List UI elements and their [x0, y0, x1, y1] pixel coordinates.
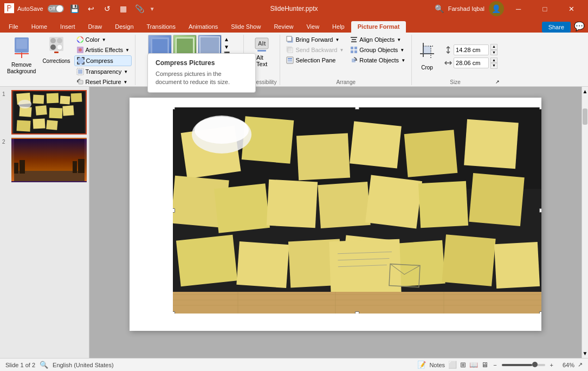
handle-bl[interactable] — [173, 311, 175, 314]
svg-rect-39 — [288, 61, 292, 62]
tab-design[interactable]: Design — [108, 21, 140, 33]
clip-button[interactable]: 📎 — [133, 2, 146, 15]
tab-review[interactable]: Review — [267, 21, 300, 33]
view-slide-sorter[interactable]: ⊞ — [460, 361, 466, 369]
right-scrollbar[interactable]: ▲ ▼ — [581, 87, 588, 358]
zoom-plus[interactable]: + — [550, 362, 553, 368]
crop-button[interactable]: Crop — [415, 40, 439, 73]
zoom-slider[interactable] — [502, 364, 545, 366]
slide-info: Slide 1 of 2 — [5, 362, 35, 368]
comment-button[interactable]: 💬 — [571, 20, 588, 33]
view-normal[interactable]: ⬜ — [448, 361, 457, 369]
scroll-down[interactable]: ▼ — [581, 349, 588, 358]
notes-button[interactable]: 📝 — [417, 361, 426, 369]
tab-slideshow[interactable]: Slide Show — [224, 21, 267, 33]
height-down[interactable]: ▼ — [490, 50, 497, 55]
svg-rect-81 — [404, 130, 458, 177]
size-expand[interactable]: ↗ — [495, 79, 500, 85]
fit-slide[interactable]: ↗ — [578, 361, 583, 368]
svg-rect-72 — [20, 160, 25, 174]
search-button[interactable]: 🔍 — [435, 4, 444, 13]
handle-tl[interactable] — [173, 107, 175, 110]
slide-2-preview[interactable] — [11, 138, 87, 182]
svg-rect-41 — [352, 39, 356, 40]
autosave-label: AutoSave — [17, 5, 43, 12]
remove-background-button[interactable]: RemoveBackground — [4, 35, 38, 76]
svg-rect-74 — [78, 159, 85, 173]
artistic-effects-button[interactable]: Artistic Effects ▼ — [74, 45, 132, 55]
svg-rect-80 — [350, 121, 402, 169]
color-label: Color — [86, 36, 100, 43]
bring-forward-label: Bring Forward — [295, 36, 333, 43]
handle-bc[interactable] — [355, 311, 359, 314]
alt-text-label: AltText — [256, 54, 267, 67]
share-button[interactable]: Share — [542, 22, 571, 33]
zoom-level[interactable]: 64% — [558, 362, 574, 368]
handle-mr[interactable] — [539, 208, 541, 213]
color-button[interactable]: Color ▼ — [74, 35, 132, 44]
tab-animations[interactable]: Animations — [182, 21, 224, 33]
scroll-thumb[interactable] — [583, 108, 587, 125]
svg-rect-64 — [62, 105, 74, 116]
accessibility-check-icon[interactable]: 🔍 — [40, 361, 48, 369]
svg-rect-86 — [318, 182, 370, 228]
tab-help[interactable]: Help — [326, 21, 351, 33]
width-input[interactable] — [454, 57, 489, 68]
width-up[interactable]: ▲ — [490, 57, 497, 63]
transparency-button[interactable]: Transparency ▼ — [74, 67, 132, 76]
language-label[interactable]: English (United States) — [53, 362, 114, 368]
group-button[interactable]: Group Objects ▼ — [347, 45, 408, 55]
zoom-thumb[interactable] — [532, 362, 538, 367]
bring-forward-button[interactable]: Bring Forward ▼ — [283, 35, 346, 44]
compress-pictures-button[interactable]: Compress — [74, 55, 132, 66]
tab-transitions[interactable]: Transitions — [140, 21, 182, 33]
svg-rect-60 — [70, 93, 82, 102]
tab-home[interactable]: Home — [25, 21, 54, 33]
send-backward-button[interactable]: Send Backward ▼ — [283, 45, 346, 55]
style-down[interactable]: ▼ — [223, 43, 231, 50]
undo-button[interactable]: ↩ — [85, 2, 98, 15]
maximize-button[interactable]: □ — [533, 0, 557, 17]
canvas-area — [89, 87, 581, 358]
minimize-button[interactable]: ─ — [506, 0, 531, 17]
style-up[interactable]: ▲ — [223, 36, 231, 43]
scroll-up[interactable]: ▲ — [581, 87, 588, 96]
corrections-button[interactable]: Corrections — [40, 35, 73, 66]
slide-1-thumbnail[interactable]: 1 — [2, 90, 87, 135]
tab-file[interactable]: File — [2, 21, 25, 33]
handle-tr[interactable] — [539, 107, 541, 110]
tab-picture-format[interactable]: Picture Format — [351, 21, 406, 33]
selected-image[interactable] — [173, 107, 541, 314]
ribbon-tabs: File Home Insert Draw Design Transitions… — [0, 17, 588, 33]
height-up[interactable]: ▲ — [490, 44, 497, 49]
view-reading[interactable]: 📖 — [469, 361, 478, 369]
present-button[interactable]: ▦ — [117, 2, 130, 15]
tab-insert[interactable]: Insert — [54, 21, 82, 33]
width-down[interactable]: ▼ — [490, 63, 497, 68]
handle-br[interactable] — [539, 311, 541, 314]
slide-2-thumbnail[interactable]: 2 — [2, 138, 87, 182]
tab-draw[interactable]: Draw — [82, 21, 109, 33]
view-presenter[interactable]: 🖥 — [481, 361, 488, 369]
svg-rect-58 — [46, 93, 59, 104]
close-button[interactable]: ✕ — [559, 0, 584, 17]
save-button[interactable]: 💾 — [68, 2, 81, 15]
svg-rect-63 — [49, 108, 62, 119]
handle-tc[interactable] — [355, 107, 359, 110]
slide-1-preview[interactable] — [11, 90, 87, 135]
ribbon: RemoveBackground Corrections — [0, 33, 588, 87]
scroll-track[interactable] — [582, 96, 588, 349]
height-input[interactable] — [454, 44, 489, 55]
reset-picture-button[interactable]: Reset Picture ▼ — [74, 77, 132, 87]
zoom-minus[interactable]: − — [493, 362, 496, 368]
svg-point-6 — [57, 38, 62, 43]
autosave-toggle[interactable]: Off — [48, 5, 64, 12]
handle-ml[interactable] — [173, 208, 175, 213]
svg-rect-18 — [152, 39, 167, 54]
notes-label[interactable]: Notes — [429, 362, 445, 368]
tab-view[interactable]: View — [300, 21, 326, 33]
align-button[interactable]: Align Objects ▼ — [347, 35, 408, 44]
rotate-button[interactable]: Rotate Objects ▼ — [347, 55, 408, 65]
redo-button[interactable]: ↺ — [101, 2, 114, 15]
selection-pane-button[interactable]: Selection Pane — [283, 55, 346, 65]
